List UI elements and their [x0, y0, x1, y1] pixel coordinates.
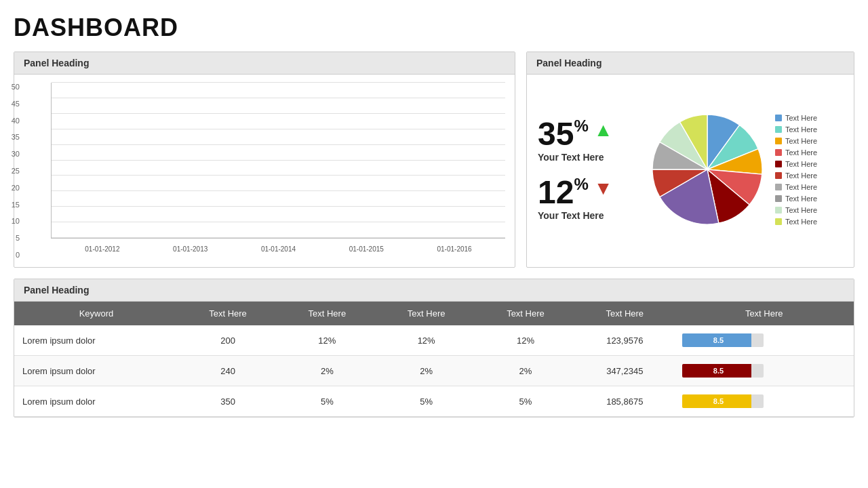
table-cell: 200 [178, 325, 277, 356]
legend-label: Text Here [785, 137, 817, 145]
legend-item: Text Here [775, 171, 843, 180]
legend-color [775, 126, 782, 133]
table-cell: 2% [377, 356, 476, 386]
table-cell: 2% [277, 356, 376, 386]
pie-panel-body: 35% ▲ Your Text Here 12% ▼ Your Text Her… [527, 75, 854, 264]
table-row: Lorem ipsum dolor3505%5%5%185,86758.5 [14, 386, 854, 417]
table-header-cell: Keyword [14, 302, 178, 325]
y-label: 0 [0, 251, 20, 259]
legend-color [775, 172, 782, 179]
progress-fill: 8.5 [682, 394, 751, 408]
stat-number-1: 35% ▲ [538, 118, 639, 150]
table-cell: 347,2345 [575, 356, 674, 386]
pie-chart-panel: Panel Heading 35% ▲ Your Text Here 12% ▼… [526, 52, 854, 268]
legend-item: Text Here [775, 137, 843, 145]
legend-color [775, 161, 782, 167]
bar-chart-area: 01-01-201201-01-201301-01-201401-01-2015… [51, 83, 505, 239]
stat-unit-1: % [574, 118, 588, 134]
table-panel-heading: Panel Heading [14, 279, 854, 302]
y-label: 35 [0, 133, 20, 141]
legend-item: Text Here [775, 195, 843, 203]
table-cell: Lorem ipsum dolor [14, 356, 178, 386]
table-header-cell: Text Here [476, 302, 575, 325]
table-cell: 5% [476, 386, 575, 417]
table-cell: 2% [476, 356, 575, 386]
stat-value-1: 35 [538, 118, 574, 150]
table-cell: 5% [377, 386, 476, 417]
legend-color [775, 138, 782, 144]
y-label: 30 [0, 150, 20, 158]
table-progress-cell: 8.5 [674, 325, 854, 356]
table-panel: Panel Heading KeywordText HereText HereT… [14, 279, 854, 418]
legend-color [775, 184, 782, 190]
table-header-cell: Text Here [277, 302, 376, 325]
stat-value-2: 12 [538, 176, 574, 209]
bar-group-label: 01-01-2016 [437, 245, 472, 253]
table-body: KeywordText HereText HereText HereText H… [14, 302, 854, 417]
legend-label: Text Here [785, 114, 817, 122]
table-cell: 5% [277, 386, 376, 417]
stat-label-2: Your Text Here [538, 210, 639, 221]
table-cell: 12% [377, 325, 476, 356]
legend-item: Text Here [775, 148, 843, 157]
table-cell: 123,9576 [575, 325, 674, 356]
legend-label: Text Here [785, 125, 817, 134]
y-label: 15 [0, 201, 20, 209]
bar-group-label: 01-01-2014 [261, 245, 296, 253]
table-cell: 12% [476, 325, 575, 356]
y-label: 10 [0, 217, 20, 225]
bar-chart-panel-heading: Panel Heading [14, 52, 515, 75]
legend-color [775, 149, 782, 156]
legend-label: Text Here [785, 206, 817, 214]
y-label: 40 [0, 117, 20, 125]
table-row: Lorem ipsum dolor20012%12%12%123,95768.5 [14, 325, 854, 356]
legend-label: Text Here [785, 171, 817, 180]
table-row: Lorem ipsum dolor2402%2%2%347,23458.5 [14, 356, 854, 386]
y-label: 20 [0, 184, 20, 192]
table-progress-cell: 8.5 [674, 356, 854, 386]
table-cell: 240 [178, 356, 277, 386]
progress-fill: 8.5 [682, 333, 751, 347]
table-progress-cell: 8.5 [674, 386, 854, 417]
pie-chart-panel-heading: Panel Heading [527, 52, 854, 75]
legend-color [775, 218, 782, 225]
legend-item: Text Here [775, 183, 843, 191]
data-table: KeywordText HereText HereText HereText H… [14, 302, 854, 417]
bar-chart-panel: Panel Heading 05101520253035404550 01-01… [14, 52, 515, 268]
legend-color [775, 207, 782, 214]
table-header-cell: Text Here [575, 302, 674, 325]
table-cell: 185,8675 [575, 386, 674, 417]
y-label: 5 [0, 234, 20, 242]
y-label: 25 [0, 167, 20, 175]
legend-item: Text Here [775, 114, 843, 122]
legend-color [775, 195, 782, 202]
legend-color [775, 115, 782, 121]
table-header-cell: Text Here [178, 302, 277, 325]
pie-legend: Text HereText HereText HereText HereText… [775, 114, 843, 226]
stat-block-2: 12% ▼ Your Text Here [538, 176, 639, 221]
legend-item: Text Here [775, 206, 843, 214]
progress-fill: 8.5 [682, 364, 751, 378]
table-cell: 12% [277, 325, 376, 356]
legend-item: Text Here [775, 125, 843, 134]
progress-bar-wrap: 8.5 [682, 394, 764, 408]
y-axis-labels: 05101520253035404550 [0, 83, 20, 259]
progress-bar-wrap: 8.5 [682, 364, 764, 378]
bar-group-label: 01-01-2013 [173, 245, 208, 253]
legend-label: Text Here [785, 218, 817, 226]
table-cell: Lorem ipsum dolor [14, 386, 178, 417]
stat-arrow-up: ▲ [594, 121, 613, 140]
dashboard-title: DASHBOARD [14, 14, 854, 42]
bar-group-label: 01-01-2012 [85, 245, 119, 253]
stats-section: 35% ▲ Your Text Here 12% ▼ Your Text Her… [538, 118, 639, 221]
pie-section [646, 108, 768, 230]
stat-block-1: 35% ▲ Your Text Here [538, 118, 639, 163]
stat-arrow-down: ▼ [594, 179, 613, 198]
legend-label: Text Here [785, 195, 817, 203]
table-cell: 350 [178, 386, 277, 417]
bar-chart: 05101520253035404550 01-01-201201-01-201… [24, 83, 505, 259]
legend-item: Text Here [775, 218, 843, 226]
stat-number-2: 12% ▼ [538, 176, 639, 209]
stat-label-1: Your Text Here [538, 152, 639, 163]
pie-chart-svg [646, 108, 768, 230]
